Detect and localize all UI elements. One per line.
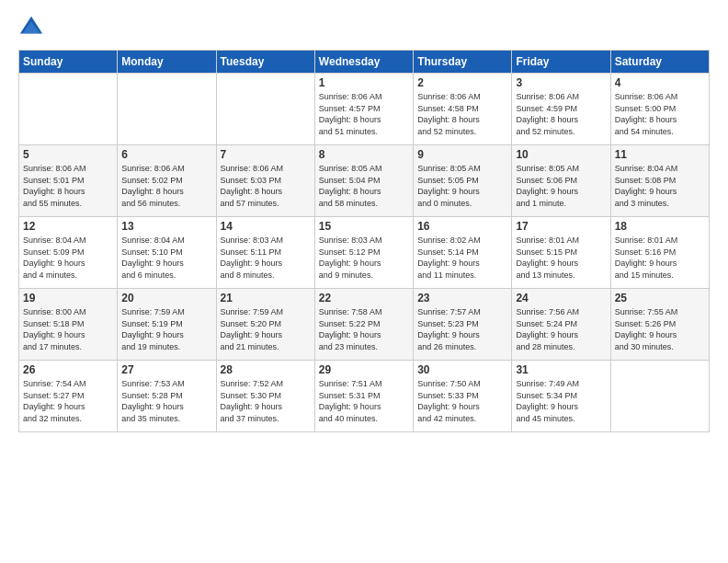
day-number: 7: [221, 148, 311, 161]
day-cell: 4Sunrise: 8:06 AM Sunset: 5:00 PM Daylig…: [610, 74, 709, 145]
day-number: 26: [23, 363, 113, 376]
day-cell: 31Sunrise: 7:49 AM Sunset: 5:34 PM Dayli…: [512, 361, 610, 432]
calendar-table: SundayMondayTuesdayWednesdayThursdayFrid…: [18, 50, 710, 432]
day-cell: [19, 74, 118, 145]
day-cell: 15Sunrise: 8:03 AM Sunset: 5:12 PM Dayli…: [314, 217, 413, 289]
day-number: 11: [615, 148, 705, 161]
day-number: 31: [516, 363, 606, 376]
day-number: 20: [121, 292, 211, 304]
day-cell: 5Sunrise: 8:06 AM Sunset: 5:01 PM Daylig…: [19, 145, 118, 217]
day-cell: 13Sunrise: 8:04 AM Sunset: 5:10 PM Dayli…: [118, 217, 216, 289]
day-cell: 9Sunrise: 8:05 AM Sunset: 5:05 PM Daylig…: [414, 145, 512, 217]
day-number: 24: [516, 292, 606, 304]
weekday-header-saturday: Saturday: [610, 51, 709, 74]
day-cell: 28Sunrise: 7:52 AM Sunset: 5:30 PM Dayli…: [216, 361, 314, 432]
day-cell: 17Sunrise: 8:01 AM Sunset: 5:15 PM Dayli…: [512, 217, 610, 289]
weekday-header-tuesday: Tuesday: [216, 51, 314, 74]
day-cell: 1Sunrise: 8:06 AM Sunset: 4:57 PM Daylig…: [314, 74, 413, 145]
header: [18, 15, 710, 40]
day-cell: 11Sunrise: 8:04 AM Sunset: 5:08 PM Dayli…: [610, 145, 709, 217]
day-info: Sunrise: 8:06 AM Sunset: 5:01 PM Dayligh…: [23, 163, 113, 209]
day-number: 21: [221, 292, 311, 304]
day-number: 13: [121, 220, 211, 233]
day-info: Sunrise: 8:06 AM Sunset: 4:59 PM Dayligh…: [516, 91, 606, 137]
day-number: 27: [121, 363, 211, 376]
logo: [18, 15, 48, 40]
week-row-4: 19Sunrise: 8:00 AM Sunset: 5:18 PM Dayli…: [19, 289, 710, 361]
day-info: Sunrise: 8:01 AM Sunset: 5:15 PM Dayligh…: [516, 235, 606, 281]
week-row-3: 12Sunrise: 8:04 AM Sunset: 5:09 PM Dayli…: [19, 217, 710, 289]
day-cell: 22Sunrise: 7:58 AM Sunset: 5:22 PM Dayli…: [314, 289, 413, 361]
day-cell: 27Sunrise: 7:53 AM Sunset: 5:28 PM Dayli…: [118, 361, 216, 432]
day-number: 30: [417, 363, 507, 376]
day-number: 15: [319, 220, 409, 233]
day-info: Sunrise: 8:06 AM Sunset: 5:03 PM Dayligh…: [221, 163, 311, 209]
day-number: 28: [221, 363, 311, 376]
day-info: Sunrise: 7:57 AM Sunset: 5:23 PM Dayligh…: [417, 306, 507, 352]
day-info: Sunrise: 7:54 AM Sunset: 5:27 PM Dayligh…: [23, 378, 113, 424]
day-number: 25: [615, 292, 705, 304]
page: SundayMondayTuesdayWednesdayThursdayFrid…: [0, 0, 728, 563]
day-info: Sunrise: 8:03 AM Sunset: 5:11 PM Dayligh…: [221, 235, 311, 281]
day-info: Sunrise: 7:59 AM Sunset: 5:20 PM Dayligh…: [221, 306, 311, 352]
day-number: 9: [417, 148, 507, 161]
day-info: Sunrise: 8:01 AM Sunset: 5:16 PM Dayligh…: [615, 235, 705, 281]
day-cell: 14Sunrise: 8:03 AM Sunset: 5:11 PM Dayli…: [216, 217, 314, 289]
day-number: 3: [516, 76, 606, 89]
day-cell: 20Sunrise: 7:59 AM Sunset: 5:19 PM Dayli…: [118, 289, 216, 361]
weekday-header-thursday: Thursday: [414, 51, 512, 74]
day-number: 18: [615, 220, 705, 233]
weekday-header-sunday: Sunday: [19, 51, 118, 74]
day-number: 29: [319, 363, 409, 376]
day-info: Sunrise: 8:05 AM Sunset: 5:05 PM Dayligh…: [417, 163, 507, 209]
week-row-5: 26Sunrise: 7:54 AM Sunset: 5:27 PM Dayli…: [19, 361, 710, 432]
day-cell: 12Sunrise: 8:04 AM Sunset: 5:09 PM Dayli…: [19, 217, 118, 289]
day-info: Sunrise: 7:52 AM Sunset: 5:30 PM Dayligh…: [221, 378, 311, 424]
day-number: 2: [417, 76, 507, 89]
day-info: Sunrise: 7:49 AM Sunset: 5:34 PM Dayligh…: [516, 378, 606, 424]
day-info: Sunrise: 8:06 AM Sunset: 4:57 PM Dayligh…: [319, 91, 409, 137]
day-cell: [118, 74, 216, 145]
day-number: 16: [417, 220, 507, 233]
day-cell: 2Sunrise: 8:06 AM Sunset: 4:58 PM Daylig…: [414, 74, 512, 145]
day-number: 22: [319, 292, 409, 304]
day-cell: 29Sunrise: 7:51 AM Sunset: 5:31 PM Dayli…: [314, 361, 413, 432]
day-number: 5: [23, 148, 113, 161]
day-cell: 21Sunrise: 7:59 AM Sunset: 5:20 PM Dayli…: [216, 289, 314, 361]
day-cell: 24Sunrise: 7:56 AM Sunset: 5:24 PM Dayli…: [512, 289, 610, 361]
day-info: Sunrise: 8:02 AM Sunset: 5:14 PM Dayligh…: [417, 235, 507, 281]
day-number: 19: [23, 292, 113, 304]
day-cell: 16Sunrise: 8:02 AM Sunset: 5:14 PM Dayli…: [414, 217, 512, 289]
day-cell: 7Sunrise: 8:06 AM Sunset: 5:03 PM Daylig…: [216, 145, 314, 217]
day-info: Sunrise: 7:53 AM Sunset: 5:28 PM Dayligh…: [121, 378, 211, 424]
day-info: Sunrise: 8:05 AM Sunset: 5:04 PM Dayligh…: [319, 163, 409, 209]
day-cell: [610, 361, 709, 432]
week-row-1: 1Sunrise: 8:06 AM Sunset: 4:57 PM Daylig…: [19, 74, 710, 145]
day-info: Sunrise: 7:56 AM Sunset: 5:24 PM Dayligh…: [516, 306, 606, 352]
weekday-header-wednesday: Wednesday: [314, 51, 413, 74]
day-number: 23: [417, 292, 507, 304]
weekday-header-monday: Monday: [118, 51, 216, 74]
day-number: 1: [319, 76, 409, 89]
day-cell: 23Sunrise: 7:57 AM Sunset: 5:23 PM Dayli…: [414, 289, 512, 361]
day-number: 17: [516, 220, 606, 233]
day-cell: 25Sunrise: 7:55 AM Sunset: 5:26 PM Dayli…: [610, 289, 709, 361]
day-cell: 30Sunrise: 7:50 AM Sunset: 5:33 PM Dayli…: [414, 361, 512, 432]
day-cell: 3Sunrise: 8:06 AM Sunset: 4:59 PM Daylig…: [512, 74, 610, 145]
week-row-2: 5Sunrise: 8:06 AM Sunset: 5:01 PM Daylig…: [19, 145, 710, 217]
day-number: 8: [319, 148, 409, 161]
weekday-header-friday: Friday: [512, 51, 610, 74]
day-info: Sunrise: 8:04 AM Sunset: 5:08 PM Dayligh…: [615, 163, 705, 209]
day-info: Sunrise: 7:50 AM Sunset: 5:33 PM Dayligh…: [417, 378, 507, 424]
day-info: Sunrise: 8:04 AM Sunset: 5:10 PM Dayligh…: [121, 235, 211, 281]
day-number: 10: [516, 148, 606, 161]
day-info: Sunrise: 7:51 AM Sunset: 5:31 PM Dayligh…: [319, 378, 409, 424]
day-number: 6: [121, 148, 211, 161]
day-number: 14: [221, 220, 311, 233]
day-info: Sunrise: 8:06 AM Sunset: 5:00 PM Dayligh…: [615, 91, 705, 137]
day-cell: 10Sunrise: 8:05 AM Sunset: 5:06 PM Dayli…: [512, 145, 610, 217]
day-number: 4: [615, 76, 705, 89]
day-info: Sunrise: 8:06 AM Sunset: 5:02 PM Dayligh…: [121, 163, 211, 209]
weekday-header-row: SundayMondayTuesdayWednesdayThursdayFrid…: [19, 51, 710, 74]
day-info: Sunrise: 8:04 AM Sunset: 5:09 PM Dayligh…: [23, 235, 113, 281]
